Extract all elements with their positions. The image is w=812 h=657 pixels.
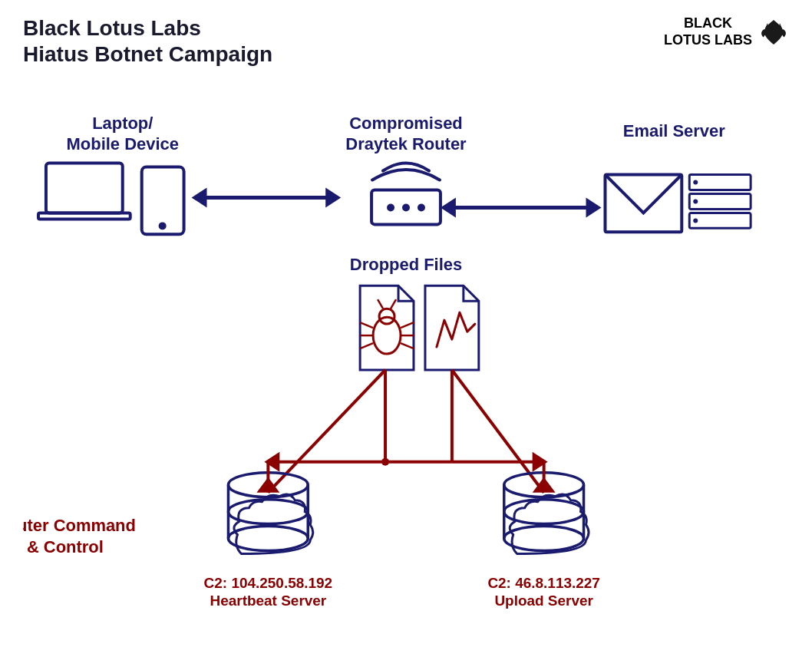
svg-marker-11 (325, 188, 341, 208)
title-line2: Hiatus Botnet Campaign (23, 41, 272, 68)
header: Black Lotus Labs Hiatus Botnet Campaign … (23, 15, 789, 67)
logo-area: BLACK LOTUS LABS (664, 15, 789, 48)
svg-text:C2: 104.250.58.192: C2: 104.250.58.192 (204, 576, 333, 592)
title-line1: Black Lotus Labs (23, 15, 272, 41)
page: Black Lotus Labs Hiatus Botnet Campaign … (0, 0, 812, 657)
svg-point-23 (693, 200, 698, 204)
svg-point-25 (693, 219, 698, 223)
svg-rect-6 (38, 213, 130, 220)
svg-text:Draytek Router: Draytek Router (345, 134, 467, 154)
svg-rect-19 (605, 175, 682, 233)
svg-point-13 (387, 204, 394, 212)
diagram-svg: Laptop/ Mobile Device Compromised Drayte… (23, 90, 789, 650)
logo-line2: LOTUS LABS (664, 32, 752, 49)
svg-text:& Control: & Control (27, 537, 104, 556)
svg-marker-60 (264, 452, 279, 472)
svg-point-56 (504, 527, 584, 551)
lotus-leaf-icon (758, 17, 789, 48)
svg-point-14 (402, 204, 410, 212)
svg-text:Dropped Files: Dropped Files (350, 255, 462, 274)
svg-rect-20 (689, 175, 751, 190)
svg-marker-18 (586, 198, 602, 218)
svg-marker-17 (441, 198, 456, 218)
svg-point-8 (159, 223, 167, 230)
svg-point-21 (693, 180, 698, 185)
svg-text:Laptop/: Laptop/ (92, 114, 153, 133)
svg-text:Router Command: Router Command (23, 516, 136, 535)
svg-rect-24 (689, 213, 751, 229)
svg-text:Compromised: Compromised (349, 114, 463, 133)
svg-text:Email Server: Email Server (623, 121, 725, 140)
svg-point-47 (228, 527, 308, 551)
logo-line1: BLACK (664, 15, 752, 32)
svg-text:C2: 46.8.113.227: C2: 46.8.113.227 (487, 576, 599, 592)
header-title: Black Lotus Labs Hiatus Botnet Campaign (23, 15, 272, 67)
svg-text:Upload Server: Upload Server (494, 593, 593, 609)
svg-text:Mobile Device: Mobile Device (67, 134, 179, 154)
svg-rect-5 (46, 163, 123, 213)
logo-text: BLACK LOTUS LABS (664, 15, 752, 48)
svg-marker-10 (192, 188, 207, 208)
svg-text:Heartbeat Server: Heartbeat Server (210, 593, 327, 609)
svg-rect-22 (689, 194, 751, 210)
svg-point-15 (418, 204, 425, 212)
